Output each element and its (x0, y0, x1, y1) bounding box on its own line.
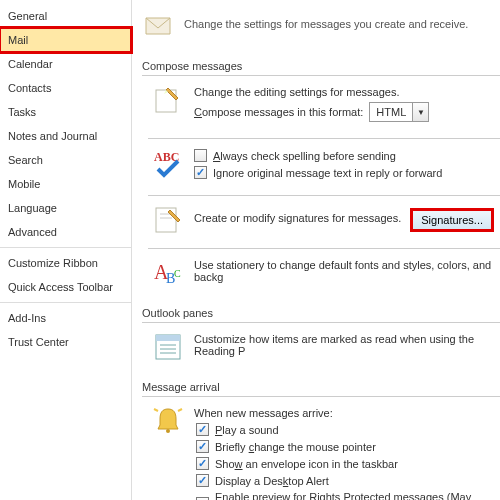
main-panel: Change the settings for messages you cre… (132, 0, 500, 500)
stationery-icon: A B C (152, 257, 184, 289)
sidebar-item-contacts[interactable]: Contacts (0, 76, 131, 100)
reading-pane-text: Customize how items are marked as read w… (194, 333, 500, 357)
signature-icon (152, 204, 184, 236)
sidebar-item-trust-center[interactable]: Trust Center (0, 330, 131, 354)
desktop-alert-checkbox[interactable] (196, 474, 209, 487)
desktop-alert-label: Display a Desktop Alert (215, 475, 329, 487)
rights-protected-checkbox[interactable] (196, 497, 209, 501)
section-compose-title: Compose messages (142, 56, 500, 76)
svg-line-19 (178, 409, 182, 411)
arrival-intro: When new messages arrive: (194, 407, 500, 419)
reading-pane-icon (152, 331, 184, 363)
envelope-taskbar-label: Show an envelope icon in the taskbar (215, 458, 398, 470)
sidebar-item-customize-ribbon[interactable]: Customize Ribbon (0, 251, 131, 275)
signatures-button[interactable]: Signatures... (412, 210, 492, 230)
editing-settings-text: Change the editing settings for messages… (194, 86, 500, 98)
sidebar-separator (0, 302, 131, 303)
edit-icon (152, 84, 184, 116)
compose-format-label: Compose messages in this format: (194, 106, 363, 118)
compose-format-value: HTML (370, 106, 412, 118)
sidebar-item-notes-journal[interactable]: Notes and Journal (0, 124, 131, 148)
svg-line-18 (154, 409, 158, 411)
compose-format-dropdown[interactable]: HTML ▼ (369, 102, 429, 122)
sidebar-item-language[interactable]: Language (0, 196, 131, 220)
svg-rect-13 (156, 335, 180, 341)
stationery-text: Use stationery to change default fonts a… (194, 259, 500, 283)
section-arrival-title: Message arrival (142, 377, 500, 397)
play-sound-checkbox[interactable] (196, 423, 209, 436)
sidebar-separator (0, 247, 131, 248)
ignore-original-checkbox[interactable] (194, 166, 207, 179)
svg-rect-5 (156, 208, 176, 232)
hero-text: Change the settings for messages you cre… (184, 18, 468, 30)
sidebar-item-mail[interactable]: Mail (0, 28, 131, 52)
options-sidebar: General Mail Calendar Contacts Tasks Not… (0, 0, 132, 500)
hero: Change the settings for messages you cre… (142, 6, 500, 48)
sidebar-item-tasks[interactable]: Tasks (0, 100, 131, 124)
signatures-text: Create or modify signatures for messages… (194, 212, 401, 224)
sidebar-item-search[interactable]: Search (0, 148, 131, 172)
divider (148, 248, 500, 249)
svg-point-17 (166, 429, 170, 433)
sidebar-item-add-ins[interactable]: Add-Ins (0, 306, 131, 330)
envelope-taskbar-checkbox[interactable] (196, 457, 209, 470)
divider (148, 195, 500, 196)
sidebar-item-mobile[interactable]: Mobile (0, 172, 131, 196)
sidebar-item-general[interactable]: General (0, 4, 131, 28)
spellcheck-icon: ABC (152, 147, 184, 179)
always-check-spelling-checkbox[interactable] (194, 149, 207, 162)
change-pointer-label: Briefly change the mouse pointer (215, 441, 376, 453)
sidebar-item-calendar[interactable]: Calendar (0, 52, 131, 76)
divider (148, 138, 500, 139)
rights-protected-label: Enable preview for Rights Protected mess… (215, 491, 500, 500)
chevron-down-icon[interactable]: ▼ (412, 103, 428, 121)
envelope-icon (142, 8, 174, 40)
ignore-original-label: Ignore original message text in reply or… (213, 167, 442, 179)
section-panes-title: Outlook panes (142, 303, 500, 323)
always-check-spelling-label: Always check spelling before sending (213, 150, 396, 162)
sidebar-item-quick-access-toolbar[interactable]: Quick Access Toolbar (0, 275, 131, 299)
bell-icon (152, 405, 184, 437)
sidebar-item-advanced[interactable]: Advanced (0, 220, 131, 244)
play-sound-label: Play a sound (215, 424, 279, 436)
svg-text:C: C (174, 268, 181, 279)
change-pointer-checkbox[interactable] (196, 440, 209, 453)
